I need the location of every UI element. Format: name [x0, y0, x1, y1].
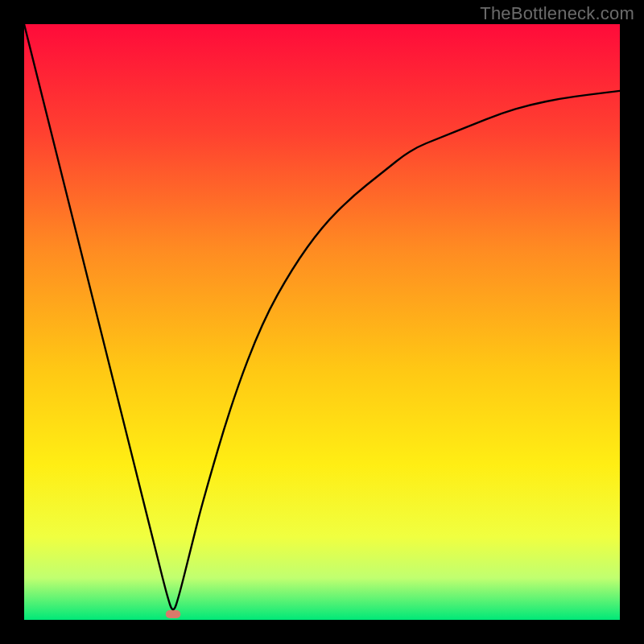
gradient-background — [24, 24, 620, 620]
chart-frame: TheBottleneck.com — [0, 0, 644, 644]
bottleneck-plot — [24, 24, 620, 620]
attribution-text: TheBottleneck.com — [480, 3, 634, 24]
plot-svg — [24, 24, 620, 620]
optimal-marker — [166, 610, 181, 618]
